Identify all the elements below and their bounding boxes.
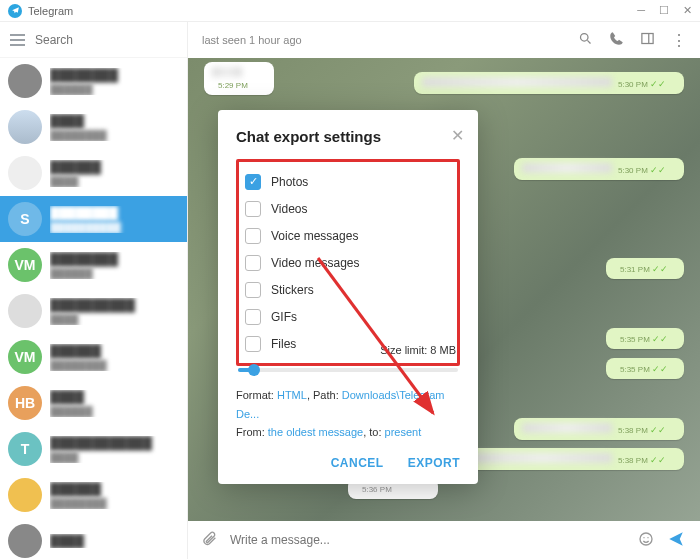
checkbox-icon[interactable] [245, 309, 261, 325]
emoji-icon[interactable] [638, 531, 654, 550]
window-minimize[interactable]: ─ [637, 4, 645, 17]
size-slider[interactable] [238, 368, 458, 372]
message-input[interactable] [230, 533, 626, 547]
send-icon[interactable] [666, 530, 686, 551]
svg-point-0 [581, 34, 589, 42]
svg-rect-1 [642, 34, 653, 44]
chat-header: last seen 1 hour ago ⋮ [188, 22, 700, 58]
attach-icon[interactable] [202, 531, 218, 550]
size-limit-label: Size limit: 8 MB [236, 344, 460, 356]
window-close[interactable]: ✕ [683, 4, 692, 17]
chat-item[interactable]: ██████████████ [0, 472, 187, 518]
checkbox-icon[interactable] [245, 282, 261, 298]
checkbox-icon[interactable]: ✓ [245, 174, 261, 190]
chat-item[interactable]: ████ [0, 518, 187, 559]
export-dialog: Chat export settings ✕ ✓Photos Videos Vo… [218, 110, 478, 484]
checkbox-icon[interactable] [245, 336, 261, 352]
export-options-highlight: ✓Photos Videos Voice messages Video mess… [236, 159, 460, 366]
option-gifs[interactable]: GIFs [245, 303, 449, 330]
checkbox-icon[interactable] [245, 201, 261, 217]
search-input[interactable] [35, 33, 185, 47]
sidebar: ██████████████ ████████████ ██████████ S… [0, 22, 188, 559]
window-titlebar: Telegram ─ ☐ ✕ [0, 0, 700, 22]
chat-item[interactable]: ██████████ [0, 150, 187, 196]
format-link[interactable]: HTML [277, 389, 307, 401]
dialog-title: Chat export settings [236, 128, 460, 145]
menu-icon[interactable] [10, 34, 25, 46]
option-videos[interactable]: Videos [245, 195, 449, 222]
last-seen-status: last seen 1 hour ago [202, 34, 302, 46]
chat-item[interactable]: VM██████████████ [0, 242, 187, 288]
window-maximize[interactable]: ☐ [659, 4, 669, 17]
chat-item[interactable]: ██████████████ [0, 58, 187, 104]
chat-item-selected[interactable]: S██████████████████ [0, 196, 187, 242]
more-icon[interactable]: ⋮ [671, 31, 686, 50]
export-button[interactable]: EXPORT [408, 456, 460, 470]
option-photos[interactable]: ✓Photos [245, 168, 449, 195]
telegram-icon [8, 4, 22, 18]
option-video-messages[interactable]: Video messages [245, 249, 449, 276]
option-voice[interactable]: Voice messages [245, 222, 449, 249]
chat-area: last seen 1 hour ago ⋮ 5:29 PM 5:30 PM✓✓… [188, 22, 700, 559]
chat-item[interactable]: VM██████████████ [0, 334, 187, 380]
chat-item[interactable]: T████████████████ [0, 426, 187, 472]
window-title: Telegram [28, 5, 73, 17]
call-icon[interactable] [609, 31, 624, 49]
chat-item[interactable]: ████████████ [0, 104, 187, 150]
to-link[interactable]: present [385, 426, 422, 438]
compose-bar [188, 521, 700, 559]
svg-point-3 [643, 537, 644, 538]
from-link[interactable]: the oldest message [268, 426, 363, 438]
search-icon[interactable] [578, 31, 593, 49]
export-meta: Format: HTML, Path: Downloads\Telegram D… [236, 386, 460, 442]
chat-item[interactable]: HB██████████ [0, 380, 187, 426]
cancel-button[interactable]: CANCEL [331, 456, 384, 470]
sidebar-toggle-icon[interactable] [640, 31, 655, 49]
svg-point-4 [647, 537, 648, 538]
chat-item[interactable]: ██████████████ [0, 288, 187, 334]
checkbox-icon[interactable] [245, 228, 261, 244]
svg-point-2 [640, 533, 652, 545]
checkbox-icon[interactable] [245, 255, 261, 271]
close-icon[interactable]: ✕ [451, 126, 464, 145]
option-stickers[interactable]: Stickers [245, 276, 449, 303]
